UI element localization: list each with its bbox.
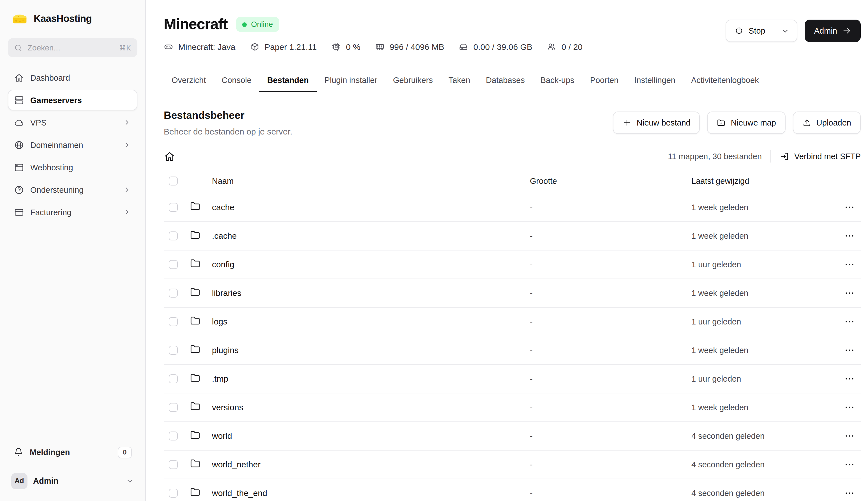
tab-taken[interactable]: Taken (441, 69, 478, 92)
row-menu-button[interactable] (844, 202, 855, 213)
row-checkbox[interactable] (169, 346, 178, 355)
sidebar-item-domeinnamen[interactable]: Domeinnamen (8, 135, 137, 155)
file-name[interactable]: .tmp (212, 374, 228, 383)
file-name[interactable]: world (212, 431, 232, 440)
file-row-versions: versions - 1 week geleden (164, 393, 861, 422)
tab-console[interactable]: Console (214, 69, 259, 92)
row-checkbox[interactable] (169, 431, 178, 440)
user-menu[interactable]: Ad Admin (8, 469, 137, 493)
sidebar-item-dashboard[interactable]: Dashboard (8, 67, 137, 88)
notifications-label: Meldingen (30, 448, 112, 457)
stop-button[interactable]: Stop (726, 20, 774, 42)
folder-icon (189, 487, 201, 498)
sidebar-item-facturering[interactable]: Facturering (8, 202, 137, 223)
file-name[interactable]: plugins (212, 345, 239, 355)
tab-back-ups[interactable]: Back-ups (533, 69, 582, 92)
folder-icon (189, 401, 201, 412)
row-checkbox[interactable] (169, 260, 178, 269)
sidebar-item-ondersteuning[interactable]: Ondersteuning (8, 179, 137, 200)
tab-bar: Overzicht Console Bestanden Plugin insta… (164, 69, 861, 92)
stop-button-group: Stop (725, 20, 797, 42)
sftp-connect-button[interactable]: Verbind met SFTP (779, 151, 861, 161)
row-menu-button[interactable] (844, 316, 855, 327)
browser-icon (14, 162, 24, 172)
row-menu-button[interactable] (844, 430, 855, 441)
tab-bestanden[interactable]: Bestanden (259, 69, 316, 92)
home-directory-button[interactable] (164, 150, 176, 162)
search-box[interactable]: ⌘K (8, 38, 137, 57)
file-modified: 1 week geleden (691, 203, 748, 212)
new-file-button[interactable]: Nieuw bestand (613, 111, 700, 134)
sidebar-item-label: Gameservers (30, 96, 131, 105)
sidebar-item-label: Dashboard (30, 73, 131, 82)
select-all-checkbox[interactable] (169, 176, 178, 185)
row-checkbox[interactable] (169, 289, 178, 298)
file-name[interactable]: libraries (212, 288, 241, 298)
row-menu-button[interactable] (844, 287, 855, 299)
row-menu-button[interactable] (844, 259, 855, 270)
sidebar-nav: Dashboard Gameservers VPS Domeinnamen We… (8, 67, 137, 223)
row-menu-button[interactable] (844, 488, 855, 499)
file-name[interactable]: .cache (212, 231, 237, 241)
globe-icon (14, 140, 24, 150)
new-folder-button[interactable]: Nieuwe map (707, 111, 786, 134)
file-name[interactable]: world_the_end (212, 488, 267, 498)
row-checkbox[interactable] (169, 232, 178, 241)
users-icon (547, 42, 556, 52)
row-checkbox[interactable] (169, 460, 178, 469)
server-stat-harddrive: 0.00 / 39.06 GB (459, 42, 532, 52)
file-row-plugins: plugins - 1 week geleden (164, 336, 861, 365)
file-name[interactable]: versions (212, 402, 243, 412)
folder-icon (189, 315, 201, 326)
file-name[interactable]: world_nether (212, 459, 260, 469)
file-name[interactable]: config (212, 259, 234, 269)
tab-plugin-installer[interactable]: Plugin installer (316, 69, 385, 92)
section-subtitle: Beheer de bestanden op je server. (164, 127, 292, 136)
file-size: - (530, 260, 533, 269)
file-name[interactable]: cache (212, 202, 234, 212)
column-header-size: Grootte (530, 176, 691, 185)
search-input[interactable] (28, 43, 114, 52)
row-menu-button[interactable] (844, 345, 855, 356)
admin-button[interactable]: Admin (805, 20, 861, 42)
notifications-button[interactable]: Meldingen 0 (8, 441, 137, 463)
file-name[interactable]: logs (212, 317, 227, 326)
tab-instellingen[interactable]: Instellingen (626, 69, 683, 92)
tab-activiteitenlogboek[interactable]: Activiteitenlogboek (683, 69, 767, 92)
sidebar-item-label: Domeinnamen (30, 140, 117, 149)
row-checkbox[interactable] (169, 489, 178, 498)
sidebar-item-vps[interactable]: VPS (8, 112, 137, 133)
file-size: - (530, 489, 533, 498)
plus-icon (623, 118, 632, 127)
tab-gebruikers[interactable]: Gebruikers (385, 69, 441, 92)
file-row-logs: logs - 1 uur geleden (164, 308, 861, 336)
row-checkbox[interactable] (169, 374, 178, 383)
tab-overzicht[interactable]: Overzicht (164, 69, 214, 92)
server-stat-cpu: 0 % (331, 42, 360, 52)
row-menu-button[interactable] (844, 402, 855, 413)
row-checkbox[interactable] (169, 203, 178, 212)
box-icon (250, 42, 259, 52)
bell-icon (13, 447, 23, 457)
server-stat-gamepad: Minecraft: Java (164, 42, 235, 52)
row-menu-button[interactable] (844, 373, 855, 384)
stop-dropdown-toggle[interactable] (774, 20, 797, 42)
file-table: Naam Grootte Laatst gewijzigd cache - 1 … (164, 169, 861, 501)
sidebar-item-gameservers[interactable]: Gameservers (8, 90, 137, 110)
file-modified: 1 uur geleden (691, 374, 741, 383)
sidebar-item-label: Webhosting (30, 163, 131, 172)
tab-databases[interactable]: Databases (478, 69, 533, 92)
row-checkbox[interactable] (169, 317, 178, 326)
section-title: Bestandsbeheer (164, 109, 292, 121)
file-modified: 4 seconden geleden (691, 431, 765, 440)
file-actions: Nieuw bestand Nieuwe map Uploaden (613, 111, 861, 134)
server-stat-memory: 996 / 4096 MB (375, 42, 444, 52)
row-checkbox[interactable] (169, 403, 178, 412)
sidebar-item-webhosting[interactable]: Webhosting (8, 157, 137, 178)
row-menu-button[interactable] (844, 459, 855, 470)
tab-poorten[interactable]: Poorten (582, 69, 627, 92)
upload-button[interactable]: Uploaden (793, 111, 861, 134)
status-badge-label: Online (251, 20, 273, 29)
row-menu-button[interactable] (844, 230, 855, 242)
help-icon (14, 185, 24, 195)
